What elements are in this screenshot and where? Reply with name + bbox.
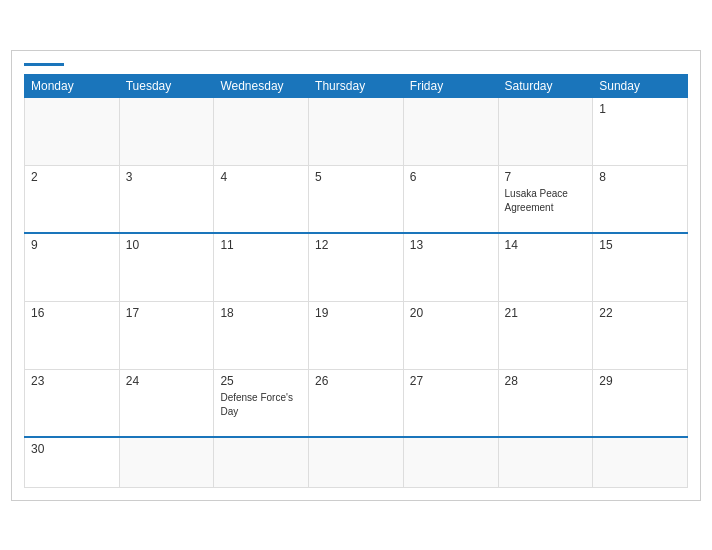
calendar-cell: 20 xyxy=(403,301,498,369)
calendar-cell xyxy=(214,437,309,487)
calendar-grid: MondayTuesdayWednesdayThursdayFridaySatu… xyxy=(24,74,688,488)
day-number: 17 xyxy=(126,306,208,320)
logo-bar xyxy=(24,63,64,66)
calendar-cell xyxy=(593,437,688,487)
day-number: 6 xyxy=(410,170,492,184)
day-number: 20 xyxy=(410,306,492,320)
calendar-cell: 9 xyxy=(25,233,120,301)
day-number: 19 xyxy=(315,306,397,320)
calendar-cell: 16 xyxy=(25,301,120,369)
calendar-cell: 27 xyxy=(403,369,498,437)
weekday-header-wednesday: Wednesday xyxy=(214,74,309,97)
day-number: 30 xyxy=(31,442,113,456)
day-number: 28 xyxy=(505,374,587,388)
day-number: 14 xyxy=(505,238,587,252)
calendar-row-4: 232425Defense Force's Day26272829 xyxy=(25,369,688,437)
calendar-cell: 19 xyxy=(309,301,404,369)
calendar-cell: 5 xyxy=(309,165,404,233)
calendar-cell: 1 xyxy=(593,97,688,165)
day-number: 13 xyxy=(410,238,492,252)
day-number: 12 xyxy=(315,238,397,252)
calendar-row-1: 234567Lusaka Peace Agreement8 xyxy=(25,165,688,233)
logo xyxy=(24,61,64,66)
day-number: 9 xyxy=(31,238,113,252)
calendar-container: MondayTuesdayWednesdayThursdayFridaySatu… xyxy=(11,50,701,501)
weekday-header-thursday: Thursday xyxy=(309,74,404,97)
calendar-row-2: 9101112131415 xyxy=(25,233,688,301)
calendar-cell: 4 xyxy=(214,165,309,233)
calendar-cell: 7Lusaka Peace Agreement xyxy=(498,165,593,233)
calendar-cell xyxy=(214,97,309,165)
day-number: 15 xyxy=(599,238,681,252)
calendar-cell: 14 xyxy=(498,233,593,301)
calendar-cell xyxy=(119,437,214,487)
weekday-header-monday: Monday xyxy=(25,74,120,97)
event-label: Lusaka Peace Agreement xyxy=(505,188,568,213)
day-number: 11 xyxy=(220,238,302,252)
day-number: 16 xyxy=(31,306,113,320)
calendar-cell xyxy=(25,97,120,165)
calendar-cell: 15 xyxy=(593,233,688,301)
calendar-row-0: 1 xyxy=(25,97,688,165)
calendar-cell: 10 xyxy=(119,233,214,301)
calendar-row-3: 16171819202122 xyxy=(25,301,688,369)
calendar-cell: 6 xyxy=(403,165,498,233)
day-number: 18 xyxy=(220,306,302,320)
weekday-header-sunday: Sunday xyxy=(593,74,688,97)
calendar-cell: 8 xyxy=(593,165,688,233)
calendar-cell xyxy=(403,437,498,487)
header xyxy=(24,61,688,66)
day-number: 8 xyxy=(599,170,681,184)
weekday-header-tuesday: Tuesday xyxy=(119,74,214,97)
calendar-cell xyxy=(498,437,593,487)
day-number: 21 xyxy=(505,306,587,320)
weekday-header-saturday: Saturday xyxy=(498,74,593,97)
day-number: 2 xyxy=(31,170,113,184)
calendar-cell: 17 xyxy=(119,301,214,369)
weekday-header-friday: Friday xyxy=(403,74,498,97)
day-number: 26 xyxy=(315,374,397,388)
weekday-header-row: MondayTuesdayWednesdayThursdayFridaySatu… xyxy=(25,74,688,97)
calendar-cell: 28 xyxy=(498,369,593,437)
calendar-cell: 13 xyxy=(403,233,498,301)
calendar-cell: 12 xyxy=(309,233,404,301)
day-number: 1 xyxy=(599,102,681,116)
calendar-cell: 24 xyxy=(119,369,214,437)
calendar-cell: 26 xyxy=(309,369,404,437)
calendar-cell xyxy=(309,97,404,165)
day-number: 4 xyxy=(220,170,302,184)
day-number: 5 xyxy=(315,170,397,184)
calendar-cell: 2 xyxy=(25,165,120,233)
calendar-cell: 3 xyxy=(119,165,214,233)
calendar-cell: 18 xyxy=(214,301,309,369)
calendar-cell: 30 xyxy=(25,437,120,487)
calendar-cell: 21 xyxy=(498,301,593,369)
calendar-cell: 29 xyxy=(593,369,688,437)
day-number: 29 xyxy=(599,374,681,388)
day-number: 22 xyxy=(599,306,681,320)
calendar-cell xyxy=(309,437,404,487)
day-number: 23 xyxy=(31,374,113,388)
event-label: Defense Force's Day xyxy=(220,392,293,417)
day-number: 10 xyxy=(126,238,208,252)
calendar-cell xyxy=(498,97,593,165)
day-number: 7 xyxy=(505,170,587,184)
calendar-cell xyxy=(119,97,214,165)
day-number: 25 xyxy=(220,374,302,388)
calendar-cell: 23 xyxy=(25,369,120,437)
calendar-cell: 11 xyxy=(214,233,309,301)
calendar-row-5: 30 xyxy=(25,437,688,487)
day-number: 24 xyxy=(126,374,208,388)
calendar-cell: 22 xyxy=(593,301,688,369)
day-number: 27 xyxy=(410,374,492,388)
calendar-cell xyxy=(403,97,498,165)
day-number: 3 xyxy=(126,170,208,184)
calendar-cell: 25Defense Force's Day xyxy=(214,369,309,437)
